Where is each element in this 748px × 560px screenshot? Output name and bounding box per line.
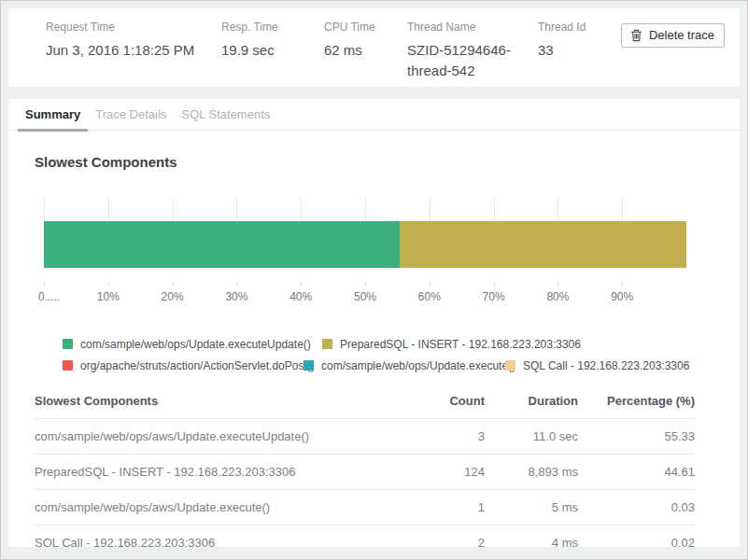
header-duration: Duration [485, 394, 578, 408]
legend-label: org/apache/struts/action/ActionServlet.d… [80, 359, 315, 372]
cell-component: com/sample/web/ops/aws/Update.executeUpd… [35, 429, 401, 443]
request-time-value: Jun 3, 2016 1:18:25 PM [46, 40, 221, 61]
cpu-time-label: CPU Time [324, 21, 407, 34]
cell-count: 124 [401, 465, 485, 479]
thread-id-label: Thread Id [538, 21, 594, 34]
thread-id-value: 33 [538, 40, 594, 61]
axis-tick [494, 282, 495, 287]
legend-item-execute[interactable]: com/sample/web/ops/Update.execute() [303, 359, 505, 372]
table-row: PreparedSQL - INSERT - 192.168.223.203:3… [35, 454, 695, 489]
field-thread-id: Thread Id 33 [538, 21, 594, 87]
cell-percentage: 44.61 [578, 465, 695, 479]
tick-label-50: 50% [354, 290, 376, 303]
axis-tick [557, 282, 558, 287]
legend-label: SQL Call - 192.168.223.203:3306 [523, 359, 689, 372]
legend-row: org/apache/struts/action/ActionServlet.d… [63, 355, 713, 376]
tick-label-90: 90% [611, 290, 633, 303]
trace-detail-card: Summary Trace Details SQL Statements Slo… [8, 99, 740, 547]
table-header-row: Slowest Components Count Duration Percen… [35, 385, 695, 418]
field-cpu-time: CPU Time 62 ms [324, 21, 407, 87]
tick-label-20: 20% [162, 290, 184, 303]
legend-label: com/sample/web/ops/Update.executeUpdate(… [80, 338, 311, 351]
legend-row: com/sample/web/ops/Update.executeUpdate(… [63, 333, 713, 355]
table-row: com/sample/web/ops/aws/Update.execute() … [35, 489, 695, 525]
cell-component: PreparedSQL - INSERT - 192.168.223.203:3… [35, 465, 401, 479]
legend-item-executeUpdate[interactable]: com/sample/web/ops/Update.executeUpdate(… [63, 338, 322, 351]
legend-swatch-olive [322, 339, 332, 349]
section-title-slowest-components: Slowest Components [35, 154, 713, 171]
tick-label-0: 0..... [38, 290, 60, 303]
cell-duration: 11.0 sec [485, 429, 578, 443]
field-resp-time: Resp. Time 19.9 sec [221, 21, 324, 87]
trace-info-card: Request Time Jun 3, 2016 1:18:25 PM Resp… [8, 8, 740, 87]
cell-component: SQL Call - 192.168.223.203:3306 [35, 536, 401, 547]
summary-tab-content: Slowest Components [8, 131, 740, 547]
axis-tick [44, 282, 45, 287]
thread-name-label: Thread Name [407, 21, 538, 34]
cell-percentage: 55.33 [578, 429, 695, 443]
trace-view-page: Request Time Jun 3, 2016 1:18:25 PM Resp… [0, 0, 748, 560]
tick-label-10: 10% [97, 290, 120, 303]
legend-swatch-peach [505, 360, 515, 371]
cell-component: com/sample/web/ops/aws/Update.execute() [35, 500, 401, 514]
tick-label-80: 80% [546, 290, 569, 303]
cell-percentage: 0.03 [578, 500, 695, 514]
resp-time-value: 19.9 sec [221, 40, 324, 61]
resp-time-label: Resp. Time [221, 21, 324, 34]
legend-item-sql-call[interactable]: SQL Call - 192.168.223.203:3306 [505, 359, 689, 372]
delete-trace-label: Delete trace [649, 28, 714, 42]
cell-count: 1 [401, 500, 485, 514]
field-request-time: Request Time Jun 3, 2016 1:18:25 PM [46, 21, 221, 87]
bar-segment-preparedsql-insert[interactable] [400, 221, 686, 268]
tab-bar: Summary Trace Details SQL Statements [8, 99, 740, 131]
cell-count: 2 [401, 536, 485, 547]
tick-label-40: 40% [289, 290, 312, 303]
header-percentage: Percentage (%) [578, 394, 695, 408]
axis-tick [236, 282, 237, 287]
legend-label: com/sample/web/ops/Update.execute() [321, 359, 515, 372]
stacked-bar [44, 221, 686, 268]
chart-legend: com/sample/web/ops/Update.executeUpdate(… [35, 333, 713, 376]
header-count: Count [401, 394, 485, 408]
slowest-components-chart: 0..... 10% 20% 30% 40% 50% 60% 70% 80% 9… [35, 197, 713, 305]
axis-tick [301, 282, 302, 287]
cell-percentage: 0.02 [578, 536, 695, 547]
axis-tick [173, 282, 174, 287]
chart-plot-area [44, 197, 686, 287]
tab-summary[interactable]: Summary [18, 99, 88, 132]
axis-tick [365, 282, 366, 287]
tick-label-60: 60% [418, 290, 441, 303]
thread-name-value: SZID-51294646-thread-542 [407, 40, 517, 81]
slowest-components-table: Slowest Components Count Duration Percen… [35, 385, 713, 547]
legend-swatch-teal [303, 360, 314, 371]
trash-icon [630, 29, 642, 42]
cell-duration: 5 ms [485, 500, 578, 514]
axis-tick [430, 282, 430, 287]
tab-sql-statements[interactable]: SQL Statements [174, 99, 277, 132]
cpu-time-value: 62 ms [324, 40, 407, 61]
cell-count: 3 [401, 429, 485, 443]
bar-segment-executeUpdate[interactable] [44, 221, 400, 268]
legend-swatch-red [63, 360, 73, 371]
legend-item-preparedsql-insert[interactable]: PreparedSQL - INSERT - 192.168.223.203:3… [322, 338, 581, 351]
delete-trace-button[interactable]: Delete trace [621, 23, 725, 48]
legend-swatch-green [63, 339, 73, 349]
legend-label: PreparedSQL - INSERT - 192.168.223.203:3… [340, 338, 581, 351]
table-row: com/sample/web/ops/aws/Update.executeUpd… [35, 418, 695, 454]
cell-duration: 8,893 ms [485, 465, 578, 479]
header-slowest-components: Slowest Components [35, 394, 401, 408]
x-axis-labels: 0..... 10% 20% 30% 40% 50% 60% 70% 80% 9… [44, 290, 686, 305]
request-time-label: Request Time [46, 21, 221, 34]
axis-tick [108, 282, 109, 287]
tick-label-70: 70% [483, 290, 505, 303]
tick-label-30: 30% [225, 290, 247, 303]
table-row: SQL Call - 192.168.223.203:3306 2 4 ms 0… [35, 525, 695, 547]
field-thread-name: Thread Name SZID-51294646-thread-542 [407, 21, 538, 87]
axis-tick [622, 282, 623, 287]
legend-item-actionservlet-dopost[interactable]: org/apache/struts/action/ActionServlet.d… [63, 359, 303, 372]
tab-trace-details[interactable]: Trace Details [88, 99, 174, 132]
cell-duration: 4 ms [485, 536, 578, 547]
